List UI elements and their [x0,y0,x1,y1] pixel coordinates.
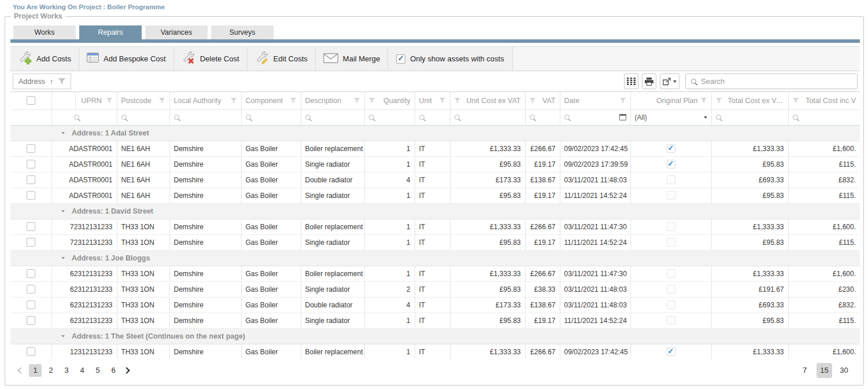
collapse-group-icon[interactable] [61,335,65,337]
row-checkbox[interactable] [27,300,35,309]
filter-cell-total-inc[interactable] [788,109,860,125]
row-checkbox[interactable] [27,347,35,356]
filter-funnel-icon[interactable] [455,98,461,104]
table-row[interactable]: 62312131233 TH33 1ON Demshire Gas Boiler… [10,313,860,328]
filter-cell-uprn[interactable] [51,109,117,125]
filter-cell-description[interactable] [301,109,364,125]
row-checkbox[interactable] [27,316,35,325]
page-button-3[interactable]: 3 [60,364,73,377]
collapse-group-icon[interactable] [61,257,65,259]
page-button-6[interactable]: 6 [107,364,120,377]
filter-funnel-icon[interactable] [439,98,446,104]
select-all-checkbox[interactable] [27,96,35,105]
filter-funnel-icon[interactable] [530,98,536,104]
table-row[interactable]: 62312131233 TH33 1ON Demshire Gas Boiler… [10,297,860,313]
filter-funnel-icon[interactable] [701,98,707,104]
table-row[interactable]: ADASTR0001 NE1 6AH Demshire Gas Boiler D… [10,172,860,188]
row-checkbox[interactable] [27,285,35,293]
table-row[interactable]: 72312131233 TH33 1ON Demshire Gas Boiler… [10,219,860,234]
filter-cell-original-plan[interactable]: (All) [630,109,711,125]
filter-cell-total-ex[interactable] [711,109,788,125]
group-row[interactable]: Address: 1 Adal Street [10,125,860,141]
filter-funnel-icon[interactable] [159,98,165,104]
filter-cell-component[interactable] [241,109,301,125]
row-checkbox[interactable] [27,144,35,153]
collapse-group-icon[interactable] [61,210,65,212]
row-select-cell[interactable] [10,266,51,281]
filter-funnel-icon[interactable] [354,98,360,104]
grid-search[interactable] [685,74,858,89]
filter-cell-postcode[interactable] [117,109,169,125]
tab-variances[interactable]: Variances [145,25,208,39]
filter-funnel-icon[interactable] [106,98,112,104]
table-row[interactable]: ADASTR0001 NE1 6AH Demshire Gas Boiler S… [10,188,860,203]
edit-costs-button[interactable]: Edit Costs [248,47,316,71]
row-select-cell[interactable] [10,188,51,203]
filter-funnel-icon[interactable] [620,98,626,104]
export-button[interactable] [660,74,679,89]
row-select-cell[interactable] [10,141,51,156]
dropdown-caret-icon[interactable] [704,116,707,119]
page-button-1[interactable]: 1 [29,364,42,377]
row-checkbox[interactable] [27,222,35,231]
page-button-2[interactable]: 2 [45,364,57,377]
column-header-original-plan[interactable]: Original Plan [630,92,711,109]
page-size-30[interactable]: 30 [836,363,852,378]
table-row[interactable]: 62312131233 TH33 1ON Demshire Gas Boiler… [10,281,860,297]
group-row[interactable]: Address: 1 David Street [10,203,860,219]
filter-cell-date[interactable] [560,109,630,125]
row-checkbox[interactable] [27,160,35,168]
column-header-date[interactable]: Date [560,92,630,109]
row-checkbox[interactable] [27,175,35,184]
only-show-assets-checkbox[interactable] [396,54,405,64]
column-header-component[interactable]: Component [241,92,301,109]
add-bespoke-cost-button[interactable]: Add Bespoke Cost [79,47,174,71]
row-select-cell[interactable] [10,234,51,250]
row-select-cell[interactable] [10,156,51,172]
only-show-assets-toggle[interactable]: Only show assets with costs [388,47,513,71]
column-header-unit[interactable]: Unit [415,92,450,109]
page-button-4[interactable]: 4 [76,364,88,377]
column-header-vat[interactable]: VAT [525,92,560,109]
group-row[interactable]: Address: 1 Joe Bloggs [10,250,860,266]
table-row[interactable]: 72312131233 TH33 1ON Demshire Gas Boiler… [10,234,860,250]
select-all-header[interactable] [10,92,51,109]
filter-cell-unit[interactable] [415,109,450,125]
filter-funnel-icon[interactable] [716,98,722,104]
filter-funnel-icon[interactable] [793,98,799,104]
column-chooser-button[interactable] [624,74,638,89]
tab-repairs[interactable]: Repairs [79,25,142,39]
row-checkbox[interactable] [27,191,35,200]
print-button[interactable] [642,74,656,89]
table-row[interactable]: 12312131233 TH33 1ON Demshire Gas Boiler… [10,344,860,359]
column-header-postcode[interactable]: Postcode [117,92,169,109]
collapse-group-icon[interactable] [61,132,65,134]
table-row[interactable]: ADASTR0001 NE1 6AH Demshire Gas Boiler S… [10,156,860,172]
row-select-cell[interactable] [10,297,51,313]
add-costs-button[interactable]: Add Costs [10,47,79,71]
filter-cell-quantity[interactable] [364,109,415,125]
table-row[interactable]: 62312131233 TH33 1ON Demshire Gas Boiler… [10,266,860,281]
row-select-cell[interactable] [10,172,51,188]
mail-merge-button[interactable]: Mail Merge [316,47,388,71]
search-input[interactable] [701,77,852,86]
filter-cell-unit-cost[interactable] [450,109,525,125]
row-checkbox[interactable] [27,238,35,247]
row-checkbox[interactable] [27,269,35,278]
page-button-5[interactable]: 5 [91,364,104,377]
column-header-total-inc[interactable]: Total Cost inc V [788,92,860,109]
group-row[interactable]: Address: 1 The Steet (Continues on the n… [10,328,860,344]
row-select-cell[interactable] [10,313,51,328]
row-select-cell[interactable] [10,344,51,359]
page-size-15[interactable]: 15 [817,363,832,378]
previous-page-button[interactable] [19,368,23,373]
row-select-cell[interactable] [10,219,51,234]
sort-ascending-icon[interactable] [50,77,54,86]
column-header-description[interactable]: Description [301,92,364,109]
filter-funnel-icon[interactable] [58,78,65,85]
calendar-icon[interactable] [619,114,626,120]
filter-funnel-icon[interactable] [231,98,237,104]
group-by-address-chip[interactable]: Address [13,74,71,89]
page-size-7[interactable]: 7 [797,363,812,378]
filter-funnel-icon[interactable] [290,98,297,104]
